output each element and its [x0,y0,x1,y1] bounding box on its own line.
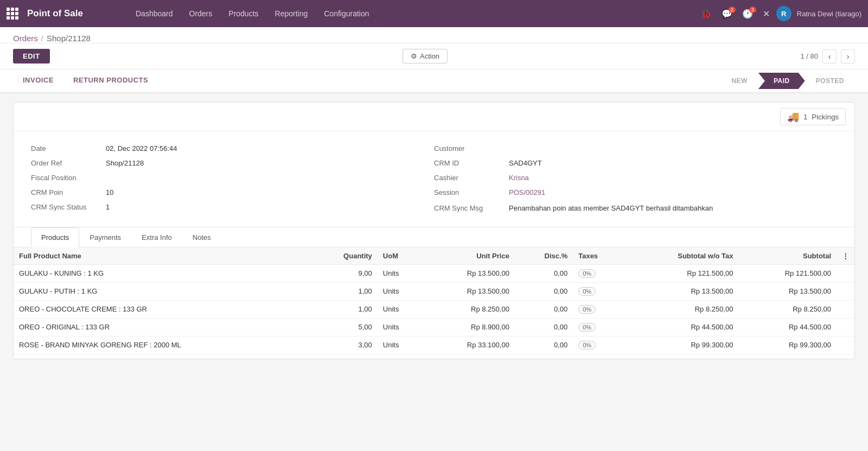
truck-icon: 🚚 [787,111,799,123]
cell-disc: 0,00 [515,318,573,336]
crm-poin-label: CRM Poin [31,188,101,196]
cell-product-name: OREO - ORIGINAL : 133 GR [14,318,310,336]
nav-dashboard[interactable]: Dashboard [128,0,181,27]
col-header-disc: Disc.% [515,247,573,264]
cell-product-name: GULAKU - PUTIH : 1 KG [14,282,310,300]
session-value[interactable]: POS/00291 [509,188,545,196]
tax-badge: 0% [578,269,596,278]
crm-sync-msg-value: Penambahan poin atas member SAD4GYT berh… [509,203,713,214]
field-fiscal-position: Fiscal Position [31,174,434,182]
clock-icon-button[interactable]: 🕐 3 [739,7,756,21]
breadcrumb-separator: / [41,34,43,43]
cell-tax: 0% [573,300,625,318]
cell-quantity: 9,00 [310,264,378,282]
form-fields: Date 02, Dec 2022 07:56:44 Order Ref Sho… [14,131,854,227]
stage-paid[interactable]: PAID [758,73,805,89]
topnav-icons: 🐞 💬 2 🕐 3 ✕ R Ratna Dewi (tiarago) [698,6,861,21]
col-header-uom: UoM [378,247,424,264]
pickings-count: 1 [803,113,807,121]
content-tabs-bar: Products Payments Extra Info Notes [14,227,854,247]
col-header-subtotal: Subtotal [739,247,837,264]
close-icon-button[interactable]: ✕ [760,7,773,21]
breadcrumb-current: Shop/21128 [47,34,91,43]
app-logo[interactable]: Point of Sale [7,8,126,20]
chat-badge: 2 [729,7,736,13]
order-ref-label: Order Ref [31,159,101,167]
crm-sync-msg-label: CRM Sync Msg [434,204,505,212]
tab-extra-info[interactable]: Extra Info [131,227,182,247]
form-right-col: Customer CRM ID SAD4GYT Cashier Krisna S… [434,144,837,214]
nav-products[interactable]: Products [221,0,266,27]
cell-disc: 0,00 [515,282,573,300]
bug-icon-button[interactable]: 🐞 [698,7,715,21]
nav-reporting[interactable]: Reporting [267,0,316,27]
cell-subtotal: Rp 13.500,00 [739,282,837,300]
cell-quantity: 1,00 [310,282,378,300]
cell-tax: 0% [573,318,625,336]
tax-badge: 0% [578,287,596,296]
cell-uom: Units [378,282,424,300]
order-card: 🚚 1 Pickings Date 02, Dec 2022 07:56:44 … [13,102,855,359]
cell-quantity: 1,00 [310,300,378,318]
next-button[interactable]: › [841,49,855,63]
nav-configuration[interactable]: Configuration [316,0,376,27]
cell-tax: 0% [573,336,625,354]
cell-options [837,318,854,336]
date-value: 02, Dec 2022 07:56:44 [106,144,177,153]
cell-subtotal: Rp 44.500,00 [739,318,837,336]
col-header-options: ⋮ [837,247,854,264]
tax-badge: 0% [578,323,596,332]
cell-unit-price: Rp 13.500,00 [424,264,515,282]
pickings-button[interactable]: 🚚 1 Pickings [780,108,846,125]
cell-quantity: 5,00 [310,318,378,336]
cell-subtotal: Rp 99.300,00 [739,336,837,354]
customer-label: Customer [434,144,505,153]
session-label: Session [434,188,505,196]
stage-posted[interactable]: POSTED [805,73,855,89]
field-cashier: Cashier Krisna [434,174,837,182]
prev-button[interactable]: ‹ [822,49,837,63]
tax-badge: 0% [578,341,596,350]
stage-new[interactable]: NEW [720,73,758,89]
cell-uom: Units [378,264,424,282]
cell-product-name: OREO - CHOCOLATE CREME : 133 GR [14,300,310,318]
action-button[interactable]: ⚙ Action [403,49,448,63]
cell-unit-price: Rp 8.250,00 [424,300,515,318]
crm-poin-value: 10 [106,188,113,196]
cell-uom: Units [378,318,424,336]
cashier-value[interactable]: Krisna [509,174,529,182]
field-crm-poin: CRM Poin 10 [31,188,434,196]
products-table: Full Product Name Quantity UoM Unit Pric… [14,247,854,354]
pagination: 1 / 80 [800,52,818,60]
cell-options [837,282,854,300]
nav-orders[interactable]: Orders [182,0,220,27]
date-label: Date [31,144,101,153]
order-ref-value: Shop/21128 [106,159,144,167]
cell-disc: 0,00 [515,336,573,354]
field-crm-sync-status: CRM Sync Status 1 [31,203,434,211]
tab-products[interactable]: Products [31,227,79,247]
top-menu: Dashboard Orders Products Reporting Conf… [128,0,695,27]
cashier-label: Cashier [434,174,505,182]
cell-product-name: GULAKU - KUNING : 1 KG [14,264,310,282]
tab-invoice[interactable]: INVOICE [13,69,63,92]
document-tabs: INVOICE RETURN PRODUCTS [13,69,720,92]
col-header-subtotal-wo-tax: Subtotal w/o Tax [625,247,739,264]
breadcrumb-parent[interactable]: Orders [13,34,38,43]
pickings-bar: 🚚 1 Pickings [14,103,854,131]
grid-icon [7,8,18,20]
edit-button[interactable]: EDIT [13,49,50,63]
tab-return-products[interactable]: RETURN PRODUCTS [63,69,158,92]
table-row: OREO - ORIGINAL : 133 GR 5,00 Units Rp 8… [14,318,854,336]
cell-disc: 0,00 [515,300,573,318]
col-header-quantity: Quantity [310,247,378,264]
chat-icon-button[interactable]: 💬 2 [718,7,736,21]
table-row: ROSE - BRAND MINYAK GORENG REF : 2000 ML… [14,336,854,354]
field-order-ref: Order Ref Shop/21128 [31,159,434,167]
cell-options [837,336,854,354]
field-crm-id: CRM ID SAD4GYT [434,159,837,167]
tab-notes[interactable]: Notes [182,227,221,247]
cell-disc: 0,00 [515,264,573,282]
tab-payments[interactable]: Payments [79,227,131,247]
cell-subtotal-wo-tax: Rp 8.250,00 [625,300,739,318]
